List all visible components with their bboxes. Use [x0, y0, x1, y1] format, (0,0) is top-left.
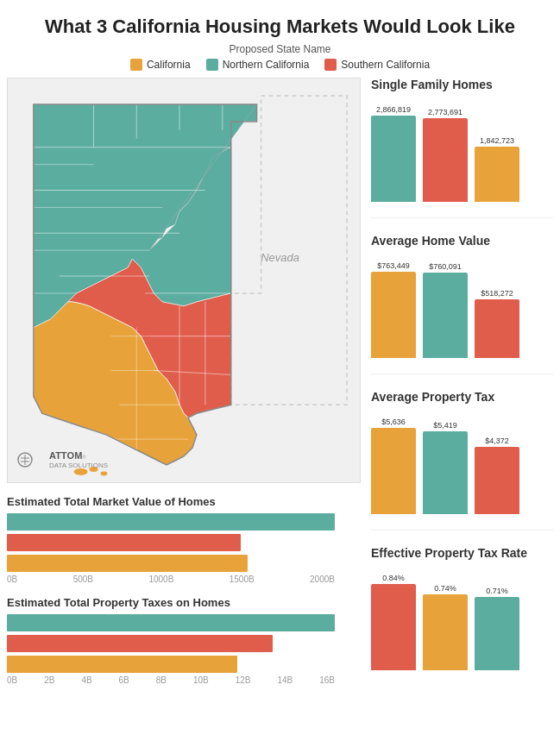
property-tax-bars — [7, 614, 361, 673]
ahv-label-2: $760,091 — [429, 262, 462, 271]
divider-2 — [371, 374, 553, 374]
eff-tax-rate-section: Effective Property Tax Rate 0.84% 0.74% … — [371, 546, 553, 670]
apt-bar-3 — [475, 447, 519, 514]
ahv-label-3: $518,272 — [481, 289, 513, 298]
attom-logo-icon — [16, 446, 44, 474]
sf-label-2: 2,773,691 — [428, 108, 462, 116]
avg-property-tax-title: Average Property Tax — [371, 390, 553, 404]
etr-bar-3 — [475, 597, 519, 670]
legend-item-california: California — [130, 59, 191, 71]
nevada-label: Nevada — [261, 251, 299, 264]
page-title: What 3 California Housing Markets Would … — [0, 0, 560, 43]
property-tax-bar-1 — [7, 614, 361, 631]
property-tax-bar-2 — [7, 635, 361, 652]
legend-items: California Northern California Southern … — [0, 59, 560, 71]
property-tax-bar-3 — [7, 656, 361, 673]
northern-swatch — [206, 59, 218, 71]
property-tax-chart: Estimated Total Property Taxes on Homes … — [7, 596, 361, 685]
divider-1 — [371, 217, 553, 218]
legend-item-northern: Northern California — [206, 59, 310, 71]
northern-label: Northern California — [223, 59, 310, 71]
apt-bar-1 — [371, 428, 416, 514]
market-value-title: Estimated Total Market Value of Homes — [7, 495, 361, 508]
legend-item-southern: Southern California — [324, 59, 430, 71]
ahv-bar-2 — [423, 273, 468, 358]
apt-bar-2 — [423, 431, 468, 514]
sf-bar-1 — [371, 116, 416, 202]
single-family-section: Single Family Homes 2,866,819 2,773,691 … — [371, 78, 553, 202]
market-value-bar-2 — [7, 534, 361, 551]
sf-bar-3 — [475, 147, 519, 202]
legend-label: Proposed State Name — [0, 43, 560, 55]
left-column: Nevada ATTOM® DATA SOLUTIONS Estimated — [7, 78, 361, 697]
single-family-title: Single Family Homes — [371, 78, 553, 91]
attom-logo-text: ATTOM® DATA SOLUTIONS — [49, 450, 108, 470]
ahv-label-1: $763,449 — [377, 261, 410, 270]
etr-label-1: 0.84% — [382, 574, 405, 582]
map-container: Nevada ATTOM® DATA SOLUTIONS — [7, 78, 361, 483]
market-value-bar-1 — [7, 513, 361, 531]
legend-section: Proposed State Name California Northern … — [0, 43, 560, 71]
etr-label-3: 0.71% — [486, 587, 508, 595]
bottom-charts: Estimated Total Market Value of Homes 0B… — [7, 495, 361, 685]
sf-label-1: 2,866,819 — [376, 105, 411, 114]
apt-label-1: $5,636 — [381, 418, 406, 426]
market-value-axis: 0B 500B 1000B 1500B 2000B — [7, 575, 335, 584]
market-value-bar-3 — [7, 555, 361, 572]
property-tax-title: Estimated Total Property Taxes on Homes — [7, 596, 361, 609]
attom-logo: ATTOM® DATA SOLUTIONS — [16, 446, 108, 474]
southern-swatch — [324, 59, 337, 71]
avg-home-value-section: Average Home Value $763,449 $760,091 $51… — [371, 234, 553, 358]
ahv-bar-1 — [371, 272, 416, 358]
etr-bar-2 — [423, 594, 468, 670]
etr-bar-1 — [371, 584, 416, 670]
divider-3 — [371, 530, 553, 531]
sf-label-3: 1,842,723 — [480, 136, 514, 145]
avg-home-value-title: Average Home Value — [371, 234, 553, 248]
sf-bar-2 — [423, 118, 468, 202]
california-label: California — [147, 59, 191, 71]
apt-label-3: $4,372 — [485, 436, 509, 445]
apt-label-2: $5,419 — [433, 421, 457, 430]
ahv-bar-3 — [475, 299, 519, 358]
etr-label-2: 0.74% — [434, 584, 456, 593]
avg-property-tax-section: Average Property Tax $5,636 $5,419 $4,37… — [371, 390, 553, 514]
california-map — [8, 78, 360, 482]
market-value-chart: Estimated Total Market Value of Homes 0B… — [7, 495, 361, 584]
right-column: Single Family Homes 2,866,819 2,773,691 … — [371, 78, 553, 697]
market-value-bars — [7, 513, 361, 572]
property-tax-axis: 0B 2B 4B 6B 8B 10B 12B 14B 16B — [7, 675, 335, 685]
southern-label: Southern California — [341, 59, 430, 71]
eff-tax-rate-title: Effective Property Tax Rate — [371, 546, 553, 560]
content-grid: Nevada ATTOM® DATA SOLUTIONS Estimated — [0, 78, 560, 697]
california-swatch — [130, 59, 142, 71]
